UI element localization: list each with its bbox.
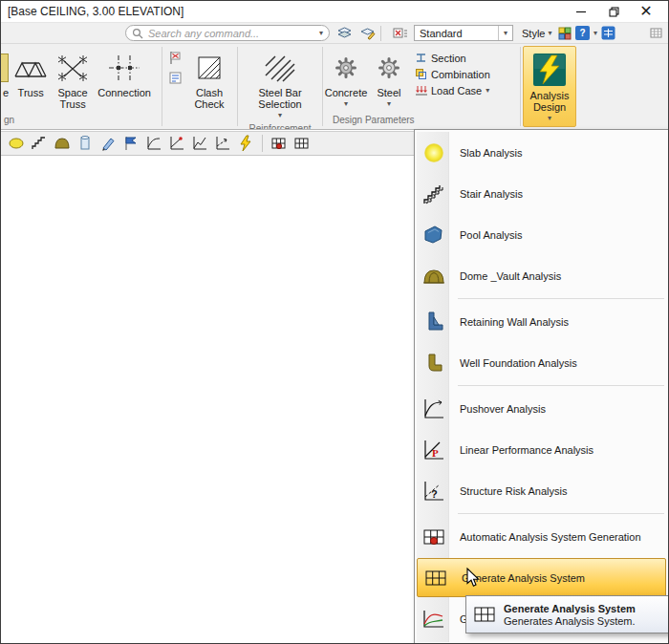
capacity-chart-button[interactable] [212,133,233,154]
menu-item-label: Linear Performance Analysis [460,444,593,456]
dome-vault-analysis-icon [421,264,446,289]
analysis-grid-red-icon [270,135,288,152]
pushover-analysis-icon [421,397,446,421]
combination-label: Combination [431,69,490,80]
performance-chart-icon [168,135,185,152]
steel-button[interactable]: Steel ▾ [369,48,409,114]
ribbon-group-design-parameters: Concrete ▾ Steel ▾ Section [323,44,520,129]
linear-performance-analysis-icon: P [421,438,446,462]
risk-chart-icon [191,135,208,152]
auto-analysis-grid-button[interactable] [269,133,290,154]
clash-check-button[interactable]: Clash Check [185,48,233,114]
palette-button[interactable] [558,27,572,40]
search-input[interactable]: Search any command... ▾ [125,25,330,41]
connection-label: Connection [97,87,151,98]
section-item[interactable]: Section [415,52,490,64]
combination-item[interactable]: Combination [415,68,490,80]
clash-check-label: Clash Check [187,87,231,110]
truss-button[interactable]: Truss [11,48,51,114]
load-case-item[interactable]: Load Case ▾ [415,84,490,97]
stair-tool-button[interactable] [29,133,50,154]
menu-item-slab-analysis[interactable]: Slab Analysis [416,132,667,173]
performance-chart-button[interactable] [166,133,187,154]
clash-check-icon [195,54,224,82]
analysis-design-label: Analysis Design [525,90,574,113]
layer-edit-button[interactable] [359,26,376,40]
layers-button[interactable] [336,26,353,40]
column-tool-icon [76,135,94,152]
flag-tool-button[interactable] [120,133,141,154]
pushover-chart-button[interactable] [143,133,164,154]
title-bar: [Base CEILING, 3.00 ELEVATION] ✕ [1,1,668,22]
ribbon-group-design: e Truss [1,44,162,129]
tooltip: Generate Analysis System Generates Analy… [465,595,669,633]
bolt-tool-button[interactable] [235,133,256,154]
restore-button[interactable] [597,1,630,22]
slab-tool-button[interactable] [6,133,27,154]
menu-item-label: Automatic Analysis System Generation [460,531,641,543]
load-case-icon [415,84,427,97]
parameter-list: Section Combination Load Case ▾ [409,48,490,114]
svg-text:P: P [432,447,439,459]
menu-item-label: Well Foundation Analysis [460,357,577,369]
steel-bar-selection-button[interactable]: Steel Bar Selection ▾ [251,48,309,122]
grid-view-button[interactable] [650,27,662,39]
analysis-grid-button[interactable] [291,133,313,154]
steel-bar-icon [264,53,296,83]
window-title: [Base CEILING, 3.00 ELEVATION] [8,5,183,18]
standard-combobox[interactable]: Standard ▾ [414,25,513,41]
style-dropdown-icon: ▾ [548,29,551,37]
menu-item-stair-analysis[interactable]: Stair Analysis [416,173,667,214]
menu-item-automatic-analysis-system-generation[interactable]: Automatic Analysis System Generation [416,516,667,557]
table-view-button[interactable] [601,26,615,40]
quick-access-toolbar: Search any command... ▾ Standard ▾ Style… [1,22,668,44]
svg-text:?: ? [431,488,438,500]
slab-analysis-icon [424,143,443,162]
frame-button-partial[interactable]: e [1,48,11,114]
tooltip-title: Generate Analysis System [504,603,636,614]
clash-report-button[interactable] [166,70,183,86]
pencil-tool-icon [99,135,117,152]
ribbon-group-analysis: Analysis Design ▾ [521,44,578,129]
pencil-tool-button[interactable] [97,133,119,154]
space-truss-button[interactable]: Space Truss [51,48,95,114]
well-foundation-analysis-icon [421,351,446,376]
concrete-button[interactable]: Concrete ▾ [323,48,369,114]
group-label-design-parameters: Design Parameters [323,114,520,129]
combobox-arrow-icon[interactable]: ▾ [498,26,512,40]
menu-item-pushover-analysis[interactable]: Pushover Analysis [416,388,667,429]
truss-label: Truss [18,87,44,98]
clash-flag-button[interactable] [166,50,183,66]
search-dropdown-icon[interactable]: ▾ [319,29,323,37]
search-icon [132,28,143,39]
menu-item-generate-analysis-system[interactable]: Generate Analysis System [417,558,666,597]
menu-item-linear-performance-analysis[interactable]: P Linear Performance Analysis [416,429,667,470]
help-dropdown-icon[interactable]: ▾ [593,29,597,37]
analysis-design-button[interactable]: Analysis Design ▾ [523,46,576,127]
menu-item-well-foundation-analysis[interactable]: Well Foundation Analysis [416,342,667,383]
analysis-grid-icon [293,135,311,152]
menu-item-label: Pool Analysis [460,229,522,241]
minimize-button[interactable] [565,1,597,22]
connection-button[interactable]: Connection [95,48,154,114]
menu-item-pool-analysis[interactable]: Pool Analysis [416,214,667,255]
section-label: Section [431,53,466,64]
dome-tool-button[interactable] [52,133,73,154]
help-button[interactable]: ? [575,26,590,40]
ribbon-group-reinforcement: Steel Bar Selection ▾ Reinforcement [238,44,322,129]
minimize-icon [576,11,586,12]
style-dropdown[interactable]: Style ▾ [522,28,551,39]
risk-chart-button[interactable] [189,133,210,154]
automatic-analysis-system-generation-icon [421,525,446,549]
standard-combobox-value: Standard [415,28,498,39]
close-view-button[interactable] [393,27,408,40]
steel-label: Steel [377,87,400,98]
menu-item-structure-risk-analysis[interactable]: ? Structure Risk Analysis [416,470,667,511]
menu-item-dome-vault-analysis[interactable]: Dome _Vault Analysis [416,255,667,296]
column-tool-button[interactable] [75,133,96,154]
menu-separator [458,513,664,514]
connection-icon [107,54,141,82]
menu-item-retaining-wall-analysis[interactable]: Retaining Wall Analysis [416,301,667,342]
analysis-design-menu: Slab Analysis Stair Analysis Pool Analys… [414,129,669,644]
close-button[interactable]: ✕ [630,1,662,22]
